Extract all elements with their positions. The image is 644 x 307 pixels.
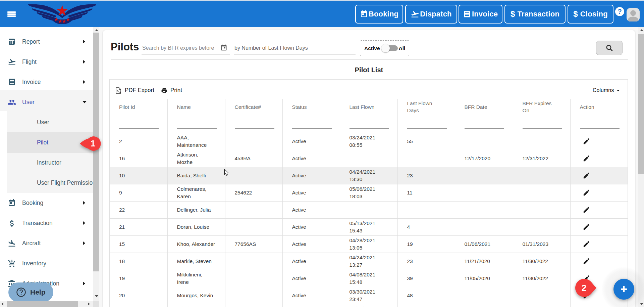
svg-text:2: 2 xyxy=(582,283,586,293)
svg-text:1: 1 xyxy=(91,139,95,148)
